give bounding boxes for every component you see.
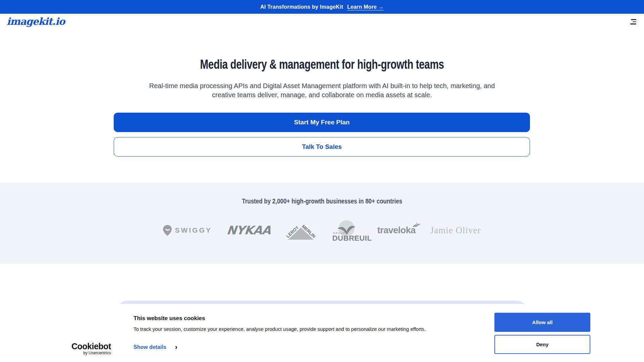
hamburger-line [631,19,636,20]
chevron-right-icon[interactable]: › [175,345,177,350]
cookiebot-logo[interactable]: Cookiebot by Usercentrics [71,342,111,355]
trusted-section: Trusted by 2,000+ high-growth businesses… [0,183,644,264]
show-details-link[interactable]: Show details [133,344,166,350]
hero-subtitle: Real-time media processing APIs and Digi… [148,81,496,100]
dubreuil-wordmark: DUBREUIL [332,234,372,243]
hamburger-menu-icon[interactable] [630,19,636,24]
trusted-heading: Trusted by 2,000+ high-growth businesses… [242,197,402,205]
swiggy-logo: SWIGGY [163,225,212,236]
cookie-title: This website uses cookies [133,315,205,322]
promo-banner: AI Transformations by ImageKit Learn Mor… [0,0,644,14]
nykaa-wordmark: NYKAA [226,224,271,237]
traveloka-wordmark: traveloka [377,225,416,236]
hero-title: Media delivery & management for high-gro… [200,57,444,72]
deny-button[interactable]: Deny [494,335,590,354]
hero-section: Media delivery & management for high-gro… [0,57,644,72]
cookie-consent-banner: Cookiebot by Usercentrics This website u… [0,304,644,362]
start-free-plan-button[interactable]: Start My Free Plan [114,113,530,132]
traveloka-bird-icon [412,221,421,228]
swiggy-pin-icon [163,225,172,236]
hamburger-line [633,21,636,22]
allow-all-button[interactable]: Allow all [494,313,590,332]
learn-more-link[interactable]: Learn More → [347,4,384,10]
talk-to-sales-button[interactable]: Talk To Sales [114,137,530,157]
leroy-merlin-triangle-icon: LEROY MERLIN [285,219,316,242]
swiggy-wordmark: SWIGGY [175,226,212,234]
hamburger-line [630,23,636,24]
traveloka-logo: traveloka [377,225,416,236]
site-header: imagekit.io [0,14,644,33]
cookie-description: To track your session, customize your ex… [133,326,426,332]
nykaa-logo: NYKAA [227,224,271,237]
cookiebot-name: Cookiebot [71,342,111,351]
partner-logo-row: SWIGGY NYKAA LEROY MERLIN GROUPE DUBREUI… [0,219,644,242]
leroy-merlin-logo: LEROY MERLIN [285,219,316,242]
jamie-oliver-logo: Jamie Oliver [430,225,481,236]
jamie-oliver-wordmark: Jamie Oliver [430,225,481,236]
show-details-row: Show details › [133,344,177,350]
cookiebot-byline: by Usercentrics [71,351,111,355]
promo-banner-text: AI Transformations by ImageKit [260,4,343,10]
groupe-dubreuil-logo: GROUPE DUBREUIL [330,220,363,241]
imagekit-logo[interactable]: imagekit.io [7,16,65,27]
